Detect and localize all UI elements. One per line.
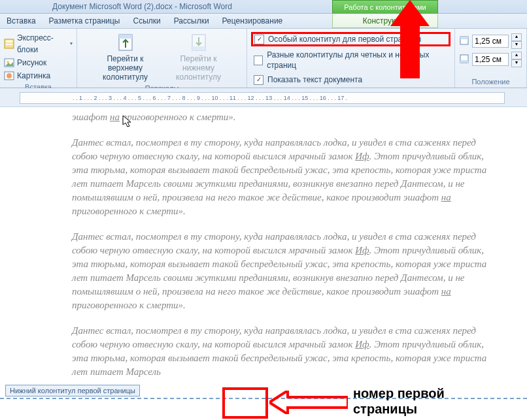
spin-up[interactable]: ▲ xyxy=(511,33,522,41)
goto-footer-label: Перейти к нижнему колонтитулу xyxy=(166,54,231,82)
footer-margin-icon xyxy=(459,54,469,66)
picture-icon xyxy=(4,57,14,68)
spin-down[interactable]: ▼ xyxy=(511,41,522,49)
goto-header-button[interactable]: Перейти к верхнему колонтитулу xyxy=(89,31,162,83)
contextual-tab-title: Работа с колонтитулами xyxy=(332,0,438,14)
svg-point-6 xyxy=(7,73,12,78)
chk-show-doc-label: Показать текст документа xyxy=(267,74,362,85)
document-body: эшафот на приговоренного к смерти». Дант… xyxy=(72,110,490,391)
footer-tag: Нижний колонтитул первой страницы xyxy=(5,385,140,396)
goto-header-icon xyxy=(115,32,136,53)
tab-constructor[interactable]: Конструктор xyxy=(332,14,438,28)
ribbon: Экспресс-блоки ▾ Рисунок Картинка Встав xyxy=(0,29,527,88)
picture-button[interactable]: Рисунок xyxy=(4,57,73,69)
title-bar: Документ Microsoft Word (2).docx - Micro… xyxy=(0,0,527,14)
spin-up[interactable]: ▲ xyxy=(511,52,522,59)
ribbon-tabs: Вставка Разметка страницы Ссылки Рассылк… xyxy=(0,14,527,29)
chk-first-page-row[interactable]: ✓ Особый колонтитул для первой страницы xyxy=(251,32,450,46)
chk-odd-even-row[interactable]: Разные колонтитулы для четных и нечетных… xyxy=(251,49,450,71)
header-margin-icon xyxy=(459,35,469,48)
svg-rect-1 xyxy=(6,40,12,42)
express-blocks-icon xyxy=(4,39,14,49)
goto-header-label: Перейти к верхнему колонтитулу xyxy=(93,54,158,82)
clipart-label: Картинка xyxy=(17,70,50,82)
express-blocks-button[interactable]: Экспресс-блоки ▾ xyxy=(4,32,73,56)
goto-footer-icon xyxy=(188,32,209,53)
ruler-ticks: . . 1 . . . 2 . . . 3 . . . 4 . . . 5 . … xyxy=(73,93,347,103)
picture-label: Рисунок xyxy=(17,57,46,69)
express-blocks-label: Экспресс-блоки xyxy=(17,32,67,56)
chk-show-doc-row[interactable]: ✓ Показать текст документа xyxy=(251,74,450,86)
footer-from-bottom-input[interactable] xyxy=(472,53,509,66)
ruler-band: . . 1 . . . 2 . . . 3 . . . 4 . . . 5 . … xyxy=(0,88,527,107)
tab-insert[interactable]: Вставка xyxy=(0,14,42,28)
header-from-top: ▲ ▼ xyxy=(459,33,522,49)
chk-odd-even[interactable] xyxy=(254,56,263,65)
svg-rect-2 xyxy=(6,44,12,45)
svg-rect-12 xyxy=(460,37,468,39)
svg-rect-10 xyxy=(192,46,205,50)
clipart-icon xyxy=(4,71,14,81)
chk-show-doc[interactable]: ✓ xyxy=(254,75,264,85)
tab-review[interactable]: Рецензирование xyxy=(216,14,290,28)
window-title: Документ Microsoft Word (2).docx - Micro… xyxy=(52,2,232,11)
horizontal-ruler[interactable]: . . 1 . . . 2 . . . 3 . . . 4 . . . 5 . … xyxy=(20,92,505,104)
group-parameters: ✓ Особый колонтитул для первой страницы … xyxy=(247,29,455,88)
footer-from-bottom: ▲ ▼ xyxy=(459,52,522,67)
chk-first-page[interactable]: ✓ xyxy=(254,35,264,44)
spin-down[interactable]: ▼ xyxy=(511,59,522,67)
svg-rect-14 xyxy=(460,60,468,63)
tab-layout[interactable]: Разметка страницы xyxy=(42,14,127,28)
svg-rect-8 xyxy=(119,35,132,39)
tab-mailings[interactable]: Рассылки xyxy=(167,14,216,28)
dropdown-icon: ▾ xyxy=(70,38,73,50)
goto-footer-button: Перейти к нижнему колонтитулу xyxy=(162,31,235,83)
group-position: ▲ ▼ ▲ ▼ Положение xyxy=(455,29,527,88)
annotation-text: номер первой страницы xyxy=(353,385,445,417)
chk-first-page-label: Особый колонтитул для первой страницы xyxy=(268,34,421,44)
group-insert: Экспресс-блоки ▾ Рисунок Картинка Встав xyxy=(0,29,77,88)
group-position-label: Положение xyxy=(459,76,522,87)
chk-odd-even-label: Разные колонтитулы для четных и нечетных… xyxy=(267,50,448,71)
footer-divider xyxy=(0,398,527,399)
document-area[interactable]: эшафот на приговоренного к смерти». Дант… xyxy=(0,107,527,420)
clipart-button[interactable]: Картинка xyxy=(4,70,73,82)
tab-references[interactable]: Ссылки xyxy=(126,14,167,28)
header-from-top-input[interactable] xyxy=(472,35,509,48)
group-transitions: Перейти к верхнему колонтитулу Перейти к… xyxy=(77,29,247,88)
